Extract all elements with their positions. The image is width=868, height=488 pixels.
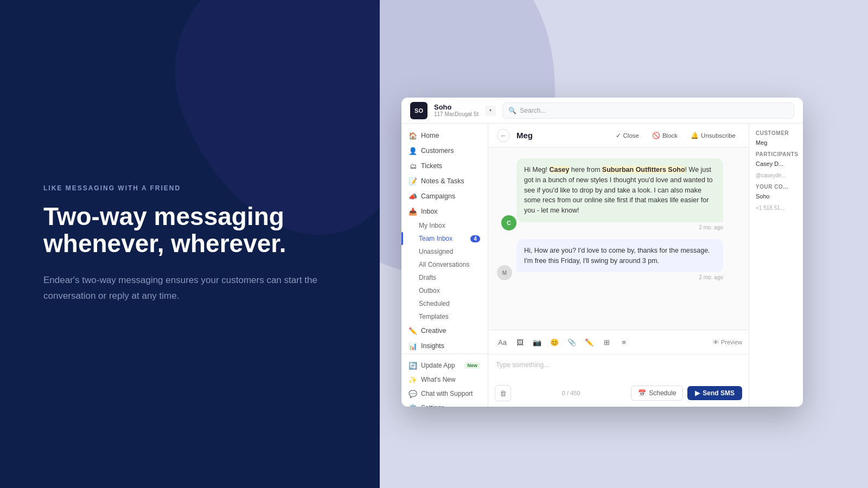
- search-bar[interactable]: 🔍 Search...: [502, 102, 794, 119]
- sidebar-inbox-label: Inbox: [421, 208, 480, 215]
- unassigned-label: Unassigned: [419, 248, 480, 255]
- outgoing-time: 2 mo. ago: [516, 224, 723, 230]
- templates-label: Templates: [419, 313, 480, 320]
- app-body: 🏠 Home 👤 Customers 🗂 Tickets 📝 Notes & T…: [401, 124, 803, 407]
- left-panel: LIKE MESSAGING WITH A FRIEND Two-way mes…: [0, 0, 380, 488]
- composer-input[interactable]: Type something...: [488, 355, 749, 382]
- scheduled-label: Scheduled: [419, 300, 480, 307]
- preview-btn[interactable]: 👁 Preview: [713, 339, 742, 345]
- photo-btn[interactable]: 📷: [529, 335, 545, 350]
- team-inbox-badge: 4: [470, 235, 480, 242]
- outbox-label: Outbox: [419, 287, 480, 294]
- app-window: SO Soho 117 MacDougal St ▾ 🔍 Search... 🏠…: [401, 98, 803, 407]
- sidebar-item-tickets[interactable]: 🗂 Tickets: [401, 158, 488, 174]
- right-panel: SO Soho 117 MacDougal St ▾ 🔍 Search... 🏠…: [380, 0, 868, 488]
- sidebar-item-notes-tasks[interactable]: 📝 Notes & Tasks: [401, 174, 488, 189]
- highlight-store: Suburban Outfitters Soho: [602, 166, 685, 174]
- align-btn[interactable]: ≡: [616, 335, 631, 350]
- main-content: ← Meg ✓ Close 🚫 Block 🔔 Unsu: [488, 124, 749, 407]
- update-app-label: Update App: [421, 362, 460, 369]
- send-icon: ▶: [695, 389, 700, 397]
- table-btn[interactable]: ⊞: [599, 335, 614, 350]
- sidebar-sub-unassigned[interactable]: Unassigned: [401, 245, 488, 258]
- right-sidebar-partial: Customer Meg Participants Casey D... @ca…: [749, 124, 803, 407]
- message-row-incoming: M Hi, How are you? I'd love to come by, …: [497, 239, 740, 281]
- search-placeholder: Search...: [520, 107, 546, 114]
- customer-label: Customer: [756, 130, 796, 136]
- pen-btn[interactable]: ✏️: [582, 335, 597, 350]
- participant-name: Casey D...: [756, 160, 796, 167]
- emoji-btn[interactable]: 😊: [547, 335, 562, 350]
- sidebar-item-campaigns[interactable]: 📣 Campaigns: [401, 189, 488, 204]
- attach-btn[interactable]: 📎: [564, 335, 579, 350]
- team-inbox-label: Team Inbox: [419, 235, 470, 242]
- sidebar-creative-label: Creative: [421, 327, 480, 335]
- text-format-btn[interactable]: Aa: [495, 335, 510, 350]
- sidebar-customers-label: Customers: [421, 147, 480, 155]
- sidebar-item-home[interactable]: 🏠 Home: [401, 128, 488, 143]
- sidebar-main-section: 🏠 Home 👤 Customers 🗂 Tickets 📝 Notes & T…: [401, 128, 488, 354]
- sidebar-campaigns-label: Campaigns: [421, 192, 480, 200]
- sidebar-settings[interactable]: ⚙️ Settings: [401, 401, 488, 407]
- unsubscribe-button[interactable]: 🔔 Unsubscribe: [686, 130, 740, 142]
- block-icon: 🚫: [652, 132, 660, 139]
- sidebar-sub-drafts[interactable]: Drafts: [401, 271, 488, 284]
- sidebar-sub-scheduled[interactable]: Scheduled: [401, 297, 488, 310]
- sidebar-tickets-label: Tickets: [421, 162, 480, 170]
- customer-name: Meg: [756, 139, 796, 146]
- sidebar-sub-team-inbox[interactable]: Team Inbox 4: [401, 232, 488, 245]
- sidebar-sub-all-conversations[interactable]: All Conversations: [401, 258, 488, 271]
- brand-dropdown[interactable]: ▾: [485, 105, 496, 116]
- sidebar-sub-my-inbox[interactable]: My Inbox: [401, 219, 488, 232]
- sidebar-bottom: 🔄 Update App New ✨ What's New 💬 Chat wit…: [401, 354, 488, 407]
- sidebar-item-creative[interactable]: ✏️ Creative: [401, 323, 488, 338]
- char-count: 0 / 450: [562, 390, 580, 396]
- close-label: Close: [623, 132, 639, 139]
- campaigns-icon: 📣: [409, 192, 417, 200]
- sidebar-item-insights[interactable]: 📊 Insights: [401, 338, 488, 354]
- schedule-button[interactable]: 📅 Schedule: [631, 386, 683, 401]
- composer: Aa 🖼 📷 😊 📎 ✏️ ⊞ ≡ 👁 Preview: [488, 330, 749, 407]
- close-button[interactable]: ✓ Close: [611, 130, 643, 142]
- send-label: Send SMS: [703, 389, 735, 397]
- sidebar-sub-outbox[interactable]: Outbox: [401, 284, 488, 297]
- highlight-casey: Casey: [550, 166, 570, 174]
- inbox-icon: 📥: [409, 208, 417, 215]
- image-btn[interactable]: 🖼: [512, 335, 527, 350]
- delete-button[interactable]: 🗑: [495, 385, 511, 401]
- conv-header: ← Meg ✓ Close 🚫 Block 🔔 Unsu: [488, 124, 749, 147]
- outgoing-bubble: Hi Meg! Casey here from Suburban Outfitt…: [516, 158, 723, 222]
- sidebar-update-app[interactable]: 🔄 Update App New: [401, 358, 488, 373]
- brand-logo: SO: [410, 102, 427, 119]
- contact-store: Soho: [756, 193, 796, 200]
- participant-handle: @caseyde...: [756, 172, 796, 178]
- conv-actions: ✓ Close 🚫 Block 🔔 Unsubscribe: [611, 130, 740, 142]
- chat-support-label: Chat with Support: [421, 390, 480, 397]
- composer-left-actions: 🗑: [495, 385, 511, 401]
- block-button[interactable]: 🚫 Block: [648, 130, 682, 142]
- drafts-label: Drafts: [419, 274, 480, 281]
- sidebar-notes-label: Notes & Tasks: [421, 177, 480, 185]
- schedule-label: Schedule: [649, 389, 676, 397]
- tickets-icon: 🗂: [409, 162, 417, 170]
- customers-icon: 👤: [409, 147, 417, 155]
- my-inbox-label: My Inbox: [419, 222, 480, 229]
- sidebar-item-customers[interactable]: 👤 Customers: [401, 143, 488, 158]
- back-button[interactable]: ←: [497, 129, 510, 142]
- sidebar-sub-templates[interactable]: Templates: [401, 310, 488, 323]
- app-topbar: SO Soho 117 MacDougal St ▾ 🔍 Search...: [401, 98, 803, 124]
- contact-phone: +1 518 51...: [756, 205, 796, 211]
- sidebar-chat-support[interactable]: 💬 Chat with Support: [401, 387, 488, 401]
- search-icon: 🔍: [508, 107, 516, 114]
- chat-support-icon: 💬: [409, 390, 417, 397]
- participants-label: Participants: [756, 151, 796, 157]
- composer-right-actions: 📅 Schedule ▶ Send SMS: [631, 386, 742, 401]
- brand-sub: 117 MacDougal St: [434, 111, 478, 118]
- incoming-time: 2 mo. ago: [516, 274, 723, 280]
- send-sms-button[interactable]: ▶ Send SMS: [687, 386, 742, 400]
- sidebar-home-label: Home: [421, 132, 480, 139]
- sidebar-item-inbox[interactable]: 📥 Inbox: [401, 204, 488, 219]
- sidebar-whats-new[interactable]: ✨ What's New: [401, 373, 488, 387]
- block-label: Block: [662, 132, 678, 139]
- composer-footer: 🗑 0 / 450 📅 Schedule ▶ Send SMS: [488, 382, 749, 407]
